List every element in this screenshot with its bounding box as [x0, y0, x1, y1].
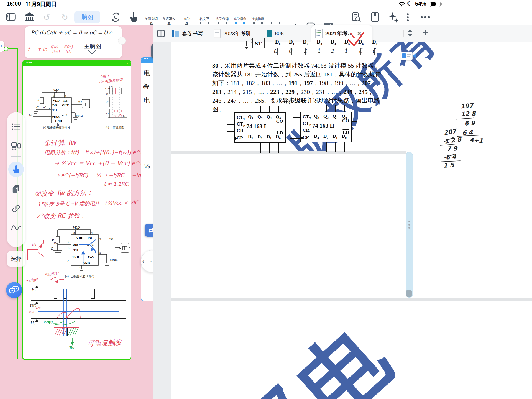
bookmark-book-icon[interactable] — [371, 12, 380, 22]
card-drag-dots[interactable]: ••• — [26, 60, 32, 65]
svg-text:Tw: Tw — [69, 346, 75, 351]
problem-line: 30．采用两片集成 4 位二进制计数器 74163 设计模 55 计数器， — [212, 62, 395, 70]
svg-text:DIS: DIS — [52, 104, 57, 107]
svg-text:Rd: Rd — [88, 236, 92, 240]
link-icon[interactable] — [11, 204, 21, 213]
split-view-icon[interactable] — [157, 30, 165, 37]
pill-divider — [11, 156, 21, 157]
scrollbar-handle[interactable] — [406, 290, 412, 297]
fig-555-monostable: VDD VDD Rd DIS OUT TH TRIG C–V GND R C v… — [25, 68, 128, 134]
svg-text:C: C — [51, 247, 53, 250]
sidebar-toggle-icon[interactable] — [6, 13, 16, 21]
svg-text:2: 2 — [67, 259, 69, 262]
outline-list-icon[interactable] — [11, 123, 21, 131]
hand-pointer-icon[interactable] — [129, 12, 138, 23]
library-icon[interactable] — [24, 12, 34, 21]
redo-icon[interactable]: ↻ — [61, 14, 68, 21]
svg-text:vO: vO — [106, 112, 109, 115]
mindmap-green-card[interactable]: ••• › VDD — [22, 60, 131, 360]
svg-text:“1出0”: “1出0” — [26, 278, 38, 283]
svg-text:R: R — [37, 98, 39, 102]
page-flag-triangle[interactable] — [413, 53, 416, 58]
collapse-handle[interactable] — [118, 37, 126, 45]
svg-text:9坑！: 9坑！ — [100, 74, 110, 79]
blue-card-char: 电 — [144, 68, 150, 77]
battery-icon — [430, 2, 441, 7]
document-pane: 版权所有 邮电 ST D0D1D2D3D4D5D6D7 001111c̄c̄ — [153, 42, 532, 399]
battery-percent: 54% — [415, 1, 426, 7]
tab-sort-icon[interactable] — [408, 29, 413, 38]
mindmap-pane: › RC duC/dt + uC = 0 ⇒ uC = U e 主脑图 t = … — [0, 25, 153, 399]
svg-text:U₀: U₀ — [30, 321, 35, 325]
mindmap-button[interactable]: 脑图 — [74, 11, 100, 23]
svg-text:TRIG: TRIG — [52, 116, 60, 119]
svg-text:4: 4 — [65, 94, 66, 97]
svg-text:0.01μF: 0.01μF — [110, 258, 118, 261]
svg-text:Vcc: Vcc — [35, 306, 41, 310]
root-card-title: 主脑图 — [84, 42, 101, 50]
svg-text:(b) 工作波形图: (b) 工作波形图 — [106, 126, 124, 129]
mindmap-connector — [7, 48, 17, 49]
mindmap-root-card[interactable]: RC duC/dt + uC = 0 ⇒ uC = U e 主脑图 t = τ … — [25, 26, 122, 58]
blue-card-char: 电 — [144, 96, 150, 104]
tab-label: 808 — [275, 30, 284, 37]
tab-套卷书写[interactable]: 套卷书写 — [168, 25, 210, 42]
scribble-icon[interactable] — [11, 224, 21, 231]
svg-text:“X0出1”: “X0出1” — [45, 271, 60, 277]
add-tab-button[interactable]: + — [423, 27, 428, 39]
copy-pages-icon[interactable] — [12, 185, 21, 194]
svg-text:5: 5 — [99, 251, 101, 254]
svg-text:v1: v1 — [111, 85, 114, 88]
status-time: 16:00 — [7, 1, 21, 7]
kebab-menu-icon[interactable] — [406, 13, 410, 22]
svg-text:v1: v1 — [29, 113, 32, 116]
hand-tool-active[interactable] — [8, 162, 24, 177]
tool-label: 转文字 — [200, 17, 209, 21]
svg-text:GND: GND — [55, 119, 62, 122]
toolbar-divider — [105, 12, 105, 22]
select-mode-button[interactable]: 选择 — [7, 251, 25, 267]
svg-text:V₀=0: V₀=0 — [43, 320, 53, 324]
card-layout-icon[interactable] — [11, 142, 21, 150]
problem-line: 213，214，215，…，223，229，230，231，…，239，245， — [212, 88, 395, 97]
pdf-page-next[interactable] — [171, 301, 532, 399]
sync-gear-icon[interactable] — [111, 12, 121, 22]
sparkles-icon[interactable] — [388, 12, 399, 23]
problem-text: 30．采用两片集成 4 位二进制计数器 74163 设计模 55 计数器，该计数… — [212, 62, 395, 114]
svg-text:(a) 电路图和逻辑符号: (a) 电路图和逻辑符号 — [65, 275, 95, 278]
tool-label: 连续摘录 — [251, 17, 264, 21]
svg-text:GND: GND — [83, 261, 90, 265]
card-expand-icon[interactable]: › — [127, 60, 128, 65]
svg-text:4: 4 — [91, 231, 93, 234]
document-search-icon[interactable] — [351, 12, 361, 22]
green-card-header[interactable]: ••• › — [23, 61, 131, 66]
svg-text:vO: vO — [78, 100, 82, 103]
page-gap — [171, 298, 532, 301]
svg-text:vC: vC — [54, 241, 57, 244]
svg-text:7: 7 — [49, 102, 50, 105]
tab-label: 套卷书写 — [182, 30, 203, 37]
floating-tool-pill — [7, 112, 25, 247]
pane-expand-tab[interactable]: › — [0, 41, 4, 52]
svg-text:vC: vC — [106, 101, 109, 103]
svg-text:DIS: DIS — [73, 243, 78, 247]
tab-label: 2023年考研数电… — [223, 30, 257, 37]
page-gap — [171, 151, 406, 154]
svg-text:⅔Vcc: ⅔Vcc — [29, 310, 37, 314]
more-ellipsis-icon[interactable] — [420, 16, 431, 19]
svg-text:vC: vC — [43, 106, 46, 109]
assistant-button[interactable] — [6, 282, 22, 298]
excerpt-dashed-line — [175, 297, 405, 297]
svg-text:VDD: VDD — [52, 88, 59, 91]
tool-label: 光学概念 — [234, 17, 246, 21]
svg-text:2: 2 — [49, 115, 50, 118]
battery-nub — [441, 3, 442, 5]
svg-text:TH: TH — [52, 108, 57, 112]
drag-handle-dots[interactable] — [408, 221, 410, 231]
card-view-button[interactable] — [401, 52, 413, 60]
problem-line: 如下：181，182，183，…，191，197，198，199，…，207， — [212, 79, 395, 88]
undo-icon[interactable]: ↺ — [43, 14, 50, 21]
chevron-down-icon[interactable] — [88, 50, 96, 55]
root-formula-black: RC duC/dt + uC = 0 ⇒ uC = U e — [31, 30, 112, 35]
svg-text:vO: vO — [109, 237, 113, 240]
